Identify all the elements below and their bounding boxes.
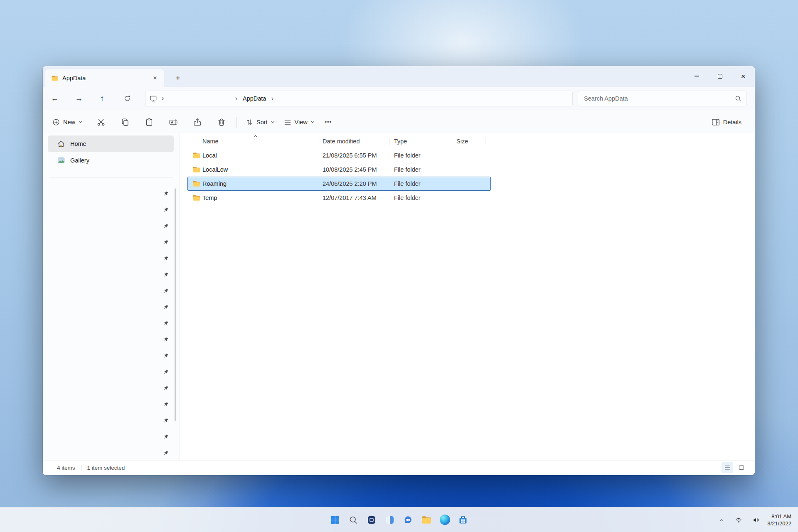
new-button[interactable]: New bbox=[48, 114, 87, 131]
chevron-down-icon bbox=[78, 120, 83, 124]
start-button[interactable] bbox=[327, 512, 343, 528]
sort-button[interactable]: Sort bbox=[241, 114, 279, 131]
chevron-right-icon[interactable] bbox=[160, 96, 165, 101]
pin-icon[interactable] bbox=[162, 299, 170, 315]
sidebar-scrollbar[interactable] bbox=[175, 188, 176, 421]
file-row-temp[interactable]: Temp 12/07/2017 7:43 AM File folder bbox=[187, 191, 491, 205]
network-button[interactable] bbox=[732, 512, 745, 528]
view-button[interactable]: View bbox=[279, 114, 319, 131]
paste-button[interactable] bbox=[140, 114, 158, 131]
file-row-roaming-selected[interactable]: Roaming 24/06/2025 2:20 PM File folder bbox=[187, 177, 491, 191]
file-row-locallow[interactable]: LocalLow 10/08/2025 2:45 PM File folder bbox=[187, 163, 491, 177]
minimize-icon bbox=[695, 76, 699, 76]
pin-icon[interactable] bbox=[162, 250, 170, 266]
tab-appdata[interactable]: AppData × bbox=[45, 69, 164, 87]
details-pane-button[interactable]: Details bbox=[707, 114, 746, 131]
file-type: File folder bbox=[394, 180, 456, 187]
share-button[interactable] bbox=[188, 114, 207, 131]
file-explorer-button[interactable] bbox=[418, 512, 435, 528]
refresh-button[interactable] bbox=[120, 91, 135, 106]
pin-icon[interactable] bbox=[162, 445, 170, 461]
column-header-size[interactable]: Size bbox=[456, 137, 490, 146]
breadcrumb[interactable]: AppData bbox=[145, 91, 573, 106]
cut-button[interactable] bbox=[92, 114, 110, 131]
store-icon bbox=[458, 515, 468, 525]
pin-icon[interactable] bbox=[162, 412, 170, 429]
pinned-items-column bbox=[162, 185, 170, 461]
tab-close-icon[interactable]: × bbox=[150, 73, 160, 83]
details-pane-icon bbox=[711, 118, 720, 127]
folder-icon bbox=[192, 165, 201, 174]
file-name: Roaming bbox=[202, 180, 323, 187]
copy-icon bbox=[121, 118, 130, 127]
breadcrumb-segment-appdata[interactable]: AppData bbox=[242, 95, 267, 102]
pin-icon[interactable] bbox=[162, 202, 170, 218]
share-icon bbox=[193, 118, 202, 127]
pin-icon[interactable] bbox=[162, 283, 170, 299]
file-row-local[interactable]: Local 21/08/2025 6:55 PM File folder bbox=[187, 148, 491, 163]
selection-count: 1 item selected bbox=[87, 465, 125, 471]
forward-button[interactable]: → bbox=[71, 91, 86, 106]
chat-button[interactable] bbox=[400, 512, 416, 528]
pin-icon[interactable] bbox=[162, 396, 170, 412]
pin-icon[interactable] bbox=[162, 185, 170, 202]
sidebar-item-gallery[interactable]: Gallery bbox=[48, 152, 174, 169]
items-count: 4 items bbox=[57, 465, 75, 471]
minimize-button[interactable] bbox=[685, 66, 708, 86]
file-type: File folder bbox=[394, 152, 456, 159]
more-options-button[interactable]: ••• bbox=[319, 114, 337, 131]
folder-icon bbox=[192, 151, 201, 160]
close-button[interactable]: × bbox=[732, 66, 755, 86]
sidebar-home-label: Home bbox=[70, 140, 86, 147]
task-view-button[interactable] bbox=[363, 512, 380, 528]
home-icon bbox=[57, 140, 65, 148]
file-list: Name Date modified Type Size Local 21/08… bbox=[180, 134, 755, 460]
up-button[interactable]: ↑ bbox=[95, 91, 110, 106]
pin-icon[interactable] bbox=[162, 315, 170, 331]
pin-icon[interactable] bbox=[162, 266, 170, 283]
gallery-icon bbox=[57, 156, 65, 165]
desktop: AppData × + × ← → ↑ AppData bbox=[0, 0, 798, 532]
copy-button[interactable] bbox=[116, 114, 134, 131]
chevron-up-icon bbox=[719, 518, 724, 522]
pin-icon[interactable] bbox=[162, 331, 170, 347]
sidebar-item-home[interactable]: Home bbox=[48, 135, 174, 152]
volume-button[interactable] bbox=[750, 512, 762, 528]
new-tab-button[interactable]: + bbox=[172, 72, 184, 84]
pin-icon[interactable] bbox=[162, 234, 170, 250]
taskbar-clock[interactable]: 8:01 AM 3/21/2022 bbox=[767, 513, 794, 527]
store-button[interactable] bbox=[455, 512, 471, 528]
taskbar-search-button[interactable] bbox=[345, 512, 362, 528]
details-view-toggle[interactable] bbox=[722, 462, 733, 473]
pin-icon[interactable] bbox=[162, 429, 170, 445]
chevron-right-icon[interactable] bbox=[234, 96, 239, 101]
pin-icon[interactable] bbox=[162, 347, 170, 364]
search-box[interactable] bbox=[578, 91, 746, 106]
status-divider bbox=[81, 465, 81, 471]
search-input[interactable] bbox=[584, 95, 734, 102]
delete-button[interactable] bbox=[212, 114, 231, 131]
column-header-type[interactable]: Type bbox=[394, 137, 456, 146]
large-thumbnails-toggle[interactable] bbox=[736, 462, 747, 473]
windows-logo-icon bbox=[330, 515, 340, 525]
chevron-right-icon[interactable] bbox=[270, 96, 275, 101]
this-pc-icon bbox=[150, 95, 157, 102]
search-icon[interactable] bbox=[734, 95, 742, 102]
details-view-icon bbox=[724, 464, 731, 471]
column-header-name[interactable]: Name bbox=[202, 137, 323, 146]
edge-button[interactable] bbox=[436, 512, 453, 528]
maximize-icon bbox=[718, 74, 722, 79]
titlebar[interactable]: AppData × + × bbox=[43, 66, 755, 87]
back-button[interactable]: ← bbox=[47, 91, 62, 106]
status-bar: 4 items 1 item selected bbox=[43, 460, 755, 475]
pin-icon[interactable] bbox=[162, 364, 170, 380]
column-header-date[interactable]: Date modified bbox=[323, 137, 394, 146]
maximize-button[interactable] bbox=[708, 66, 732, 86]
sidebar-gallery-label: Gallery bbox=[70, 157, 89, 164]
hidden-icons-button[interactable] bbox=[716, 512, 727, 528]
pin-icon[interactable] bbox=[162, 380, 170, 396]
rename-button[interactable] bbox=[164, 114, 182, 131]
widgets-button[interactable] bbox=[382, 512, 398, 528]
pin-icon[interactable] bbox=[162, 218, 170, 234]
file-date-modified: 12/07/2017 7:43 AM bbox=[323, 195, 394, 201]
